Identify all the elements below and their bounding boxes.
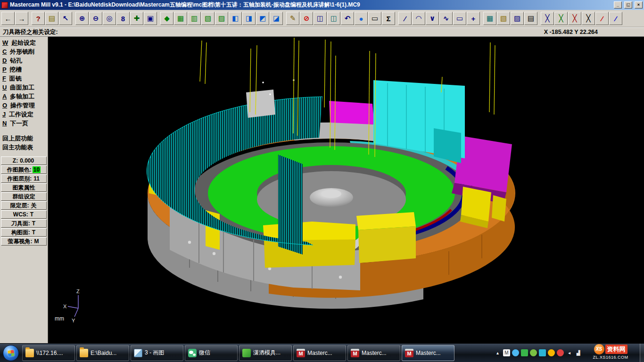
draw-level-button[interactable]: 作图层别:11	[1, 174, 47, 183]
join-button[interactable]: ╳	[582, 12, 595, 25]
calculator-button[interactable]: Σ	[382, 12, 395, 25]
gview-top-button[interactable]: ▦	[174, 12, 187, 25]
gview-front-button[interactable]: ▥	[188, 12, 201, 25]
mastercam-window: Mastercam Mill v9.1 - E:\BaiduNetdiskDow…	[0, 0, 644, 362]
menu-item-a[interactable]: A 多轴加工	[0, 92, 47, 101]
cplane-front-button[interactable]: ◨	[242, 12, 256, 25]
tray-messenger-icon[interactable]	[512, 349, 519, 356]
taskbar-item-6[interactable]: Masterc...	[347, 345, 400, 361]
start-button[interactable]	[3, 345, 19, 361]
taskbar-item-5[interactable]: Masterc...	[293, 345, 346, 361]
rectangle-button[interactable]: ▭	[453, 12, 466, 25]
zoom-previous-button[interactable]: 8	[116, 12, 130, 25]
cursor-help-button[interactable]: ↖	[59, 12, 72, 25]
construction-plane-button[interactable]: 构图面:T	[1, 228, 47, 237]
taskbar-item-7[interactable]: Masterc...	[402, 345, 454, 361]
menu-item-p[interactable]: P 挖槽	[0, 65, 47, 74]
help-button[interactable]: ?	[32, 12, 45, 25]
break-button[interactable]: ╳	[568, 12, 581, 25]
level-mask-button[interactable]: 限定层:关	[1, 201, 47, 210]
modify-line-button[interactable]: ∕	[595, 12, 609, 25]
taskbar-items: \\172.16....E:\Baidu...3 - 画图微信潇洒模具...Ma…	[22, 344, 454, 362]
system-tray: ▴M◂▟	[494, 349, 643, 356]
line-button[interactable]: ∕	[398, 12, 412, 25]
zoom-window-button[interactable]: ◎	[103, 12, 116, 25]
main-menu-item[interactable]: 回主功能表	[0, 143, 47, 152]
svg-text:Z: Z	[76, 288, 80, 294]
dynamic-rotate-button[interactable]: ◆	[160, 12, 173, 25]
app-icon	[1, 2, 8, 8]
surface-create-button[interactable]: ▦	[483, 12, 496, 25]
gview-side-button[interactable]: ▧	[201, 12, 215, 25]
attributes-button[interactable]: 图素属性	[1, 183, 47, 192]
menu-item-c[interactable]: C 外形铣削	[0, 47, 47, 56]
menu-item-w[interactable]: W 起始设定	[0, 38, 47, 47]
point-button[interactable]: +	[467, 12, 480, 25]
menu-item-j[interactable]: J 工作设定	[0, 110, 47, 119]
taskbar-item-2[interactable]: 3 - 画图	[131, 345, 183, 361]
screen-copy-button[interactable]: ◫	[327, 12, 340, 25]
menu-item-d[interactable]: D 钻孔	[0, 56, 47, 65]
main-toolbar: ←→?▤↖⊕⊖◎8✚▣◆▦▥▧▨◧◨◩◪✎⊘◫◫↶●▭Σ∕◠∨∿▭+▦▧▨▤╳╳…	[0, 10, 644, 27]
fit-screen-button[interactable]: ▣	[144, 12, 157, 25]
undo-button[interactable]: ↶	[341, 12, 354, 25]
trim-button[interactable]: ╳	[541, 12, 554, 25]
taskbar-item-1[interactable]: E:\Baidu...	[76, 345, 129, 361]
shading-button[interactable]: ●	[355, 12, 368, 25]
tray-alert-icon[interactable]	[557, 349, 564, 356]
menu-item-u[interactable]: U 曲面加工	[0, 83, 47, 92]
tray-ime-icon[interactable]: M	[503, 349, 510, 356]
z-depth-button[interactable]: Z:0.000	[1, 156, 47, 165]
tray-volume-icon[interactable]: ◂	[566, 349, 573, 356]
trim-divide-button[interactable]: ╳	[554, 12, 568, 25]
axis-triad: Z X Y	[63, 288, 80, 323]
menu-item-f[interactable]: F 面铣	[0, 74, 47, 83]
back-one-menu-item[interactable]: 回上层功能	[0, 134, 47, 143]
operations-manager-button[interactable]: ▤	[524, 12, 537, 25]
minimize-button[interactable]: _	[614, 1, 622, 8]
taskbar-item-3[interactable]: 微信	[185, 345, 238, 361]
chamfer-button[interactable]: ∨	[426, 12, 439, 25]
cplane-isometric-button[interactable]: ◪	[270, 12, 283, 25]
folder-icon	[80, 349, 88, 357]
tray-show-hidden-button[interactable]: ▴	[494, 349, 501, 356]
back-button[interactable]: ←	[1, 12, 15, 25]
close-button[interactable]: ×	[635, 1, 643, 8]
sketch-button[interactable]: ✎	[286, 12, 299, 25]
modify-arc-button[interactable]: ∕	[609, 12, 622, 25]
xform-button[interactable]: ▨	[511, 12, 524, 25]
taskbar-item-4[interactable]: 潇洒模具...	[239, 345, 292, 361]
tray-security-icon[interactable]	[521, 349, 528, 356]
cplane-top-button[interactable]: ◧	[229, 12, 242, 25]
forward-button[interactable]: →	[15, 12, 28, 25]
pan-button[interactable]: ✚	[130, 12, 143, 25]
analyze-button[interactable]: ▤	[45, 12, 58, 25]
delete-button[interactable]: ⊘	[300, 12, 313, 25]
spline-button[interactable]: ∿	[439, 12, 453, 25]
tray-antivirus-icon[interactable]	[530, 349, 537, 356]
graphics-viewport[interactable]: Z X Y mm	[48, 37, 644, 343]
arc-button[interactable]: ◠	[412, 12, 425, 25]
tray-cloud-icon[interactable]	[539, 349, 546, 356]
draw-color-button[interactable]: 作图颜色:10	[1, 165, 47, 174]
group-button[interactable]: 群组设定	[1, 192, 47, 201]
tray-network-icon[interactable]: ▟	[575, 349, 582, 356]
cplane-side-button[interactable]: ◩	[256, 12, 269, 25]
wcs-button[interactable]: WCS:T	[1, 210, 47, 219]
unzoom-button[interactable]: ⊖	[89, 12, 102, 25]
menu-item-n[interactable]: N 下一页	[0, 119, 47, 128]
gview-status-button[interactable]: 萤幕视角:M	[1, 237, 47, 246]
taskbar-item-0[interactable]: \\172.16....	[22, 345, 75, 361]
zoom-button[interactable]: ⊕	[75, 12, 89, 25]
solids-button[interactable]: ▧	[497, 12, 510, 25]
viewports-button[interactable]: ▭	[368, 12, 381, 25]
restore-button[interactable]: ◱	[624, 1, 632, 8]
paint-icon	[134, 349, 142, 357]
sidebar-nav: 回上层功能回主功能表	[0, 134, 47, 152]
show-desktop-button[interactable]	[640, 344, 644, 362]
tray-download-icon[interactable]	[548, 349, 555, 356]
gview-isometric-button[interactable]: ▨	[215, 12, 228, 25]
screen-blank-button[interactable]: ◫	[314, 12, 327, 25]
menu-item-o[interactable]: O 操作管理	[0, 101, 47, 110]
tool-plane-button[interactable]: 刀具面:T	[1, 219, 47, 228]
